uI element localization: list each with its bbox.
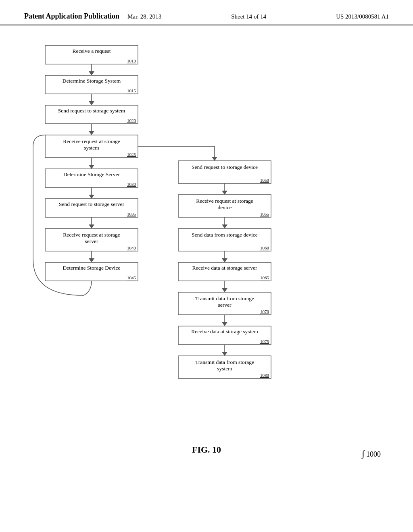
- svg-marker-56: [222, 322, 227, 326]
- svg-text:Determine Storage Device: Determine Storage Device: [63, 265, 120, 271]
- svg-text:device: device: [217, 204, 232, 210]
- svg-marker-38: [222, 191, 227, 195]
- svg-text:1055: 1055: [260, 212, 269, 216]
- svg-text:1060: 1060: [260, 245, 269, 250]
- svg-text:Send request to storage device: Send request to storage device: [192, 164, 258, 170]
- publication-date: Mar. 28, 2013: [127, 13, 161, 20]
- svg-text:Determine Storage System: Determine Storage System: [63, 78, 121, 84]
- svg-text:1045: 1045: [127, 275, 136, 280]
- figure-number: 1000: [366, 450, 381, 458]
- svg-marker-20: [89, 195, 94, 199]
- svg-text:server: server: [218, 302, 232, 308]
- sheet-info: Sheet 14 of 14: [231, 13, 266, 20]
- svg-text:Send request to storage server: Send request to storage server: [59, 201, 124, 207]
- flowchart-svg: Receive a request 1010 Determine Storage…: [25, 42, 388, 436]
- svg-text:Transmit data from storage: Transmit data from storage: [195, 359, 254, 365]
- svg-text:1050: 1050: [260, 178, 269, 183]
- svg-text:1025: 1025: [127, 152, 136, 157]
- header-meta: Mar. 28, 2013 Sheet 14 of 14 US 2013/008…: [127, 13, 389, 20]
- svg-text:1020: 1020: [127, 118, 136, 123]
- svg-text:Send data from storage device: Send data from storage device: [192, 232, 257, 238]
- svg-text:Transmit data from storage: Transmit data from storage: [195, 295, 254, 301]
- svg-text:1030: 1030: [127, 182, 136, 187]
- svg-text:1015: 1015: [127, 88, 136, 93]
- svg-marker-29: [89, 258, 94, 262]
- diagram-area: Receive a request 1010 Determine Storage…: [0, 25, 413, 471]
- svg-text:system: system: [217, 366, 232, 372]
- svg-text:server: server: [85, 238, 98, 244]
- svg-text:Receive data at storage server: Receive data at storage server: [192, 265, 257, 271]
- figure-number-area: ∫ 1000: [362, 449, 381, 459]
- svg-marker-3: [89, 71, 94, 75]
- svg-text:Determine Storage Server: Determine Storage Server: [63, 171, 120, 177]
- svg-marker-7: [89, 101, 94, 105]
- figure-caption: FIG. 10: [24, 445, 389, 455]
- svg-text:1040: 1040: [127, 245, 136, 250]
- svg-marker-43: [222, 224, 227, 229]
- svg-text:Receive a request: Receive a request: [72, 48, 111, 54]
- publication-title: Patent Application Publication: [24, 12, 119, 21]
- svg-marker-24: [89, 224, 94, 229]
- svg-marker-51: [222, 288, 227, 292]
- svg-text:Receive data at storage system: Receive data at storage system: [191, 328, 258, 335]
- svg-text:system: system: [84, 145, 99, 151]
- svg-text:1075: 1075: [260, 339, 269, 344]
- svg-text:1080: 1080: [260, 373, 269, 378]
- svg-marker-34: [212, 157, 217, 161]
- svg-text:Send request to storage system: Send request to storage system: [58, 108, 125, 114]
- svg-text:1070: 1070: [260, 309, 269, 314]
- svg-text:1010: 1010: [127, 58, 136, 63]
- svg-text:Receive request at storage: Receive request at storage: [63, 138, 120, 144]
- svg-text:1065: 1065: [260, 275, 269, 280]
- page-header: Patent Application Publication Mar. 28, …: [0, 0, 413, 25]
- patent-number: US 2013/0080581 A1: [336, 13, 389, 20]
- svg-marker-11: [89, 131, 94, 135]
- svg-text:1035: 1035: [127, 212, 136, 216]
- figure-label: FIG. 10: [192, 445, 221, 455]
- svg-marker-60: [222, 352, 227, 356]
- svg-text:Receive request at storage: Receive request at storage: [63, 232, 120, 238]
- svg-marker-47: [222, 258, 227, 262]
- svg-text:Receive request at storage: Receive request at storage: [196, 198, 253, 204]
- svg-marker-16: [89, 165, 94, 169]
